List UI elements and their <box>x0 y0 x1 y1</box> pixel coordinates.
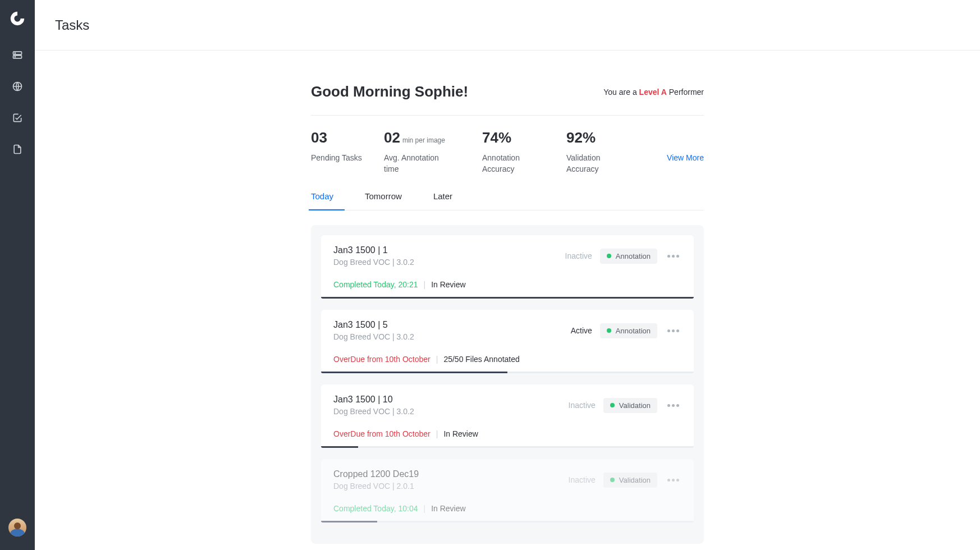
task-state: Inactive <box>569 475 596 484</box>
performer-level: You are a Level A Performer <box>603 88 704 97</box>
page-header: Tasks <box>35 0 980 51</box>
user-avatar[interactable] <box>8 519 26 537</box>
task-status-right: 25/50 Files Annotated <box>443 355 519 364</box>
more-options-icon[interactable] <box>665 402 681 409</box>
progress-bar <box>321 372 694 373</box>
stat-annotation-accuracy: 74% Annotation Accuracy <box>482 130 566 175</box>
task-title: Jan3 1500 | 5 <box>333 320 414 330</box>
task-subtitle: Dog Breed VOC | 2.0.1 <box>333 482 419 491</box>
stat-number: 02 <box>384 129 400 146</box>
more-options-icon[interactable] <box>665 327 681 334</box>
task-card[interactable]: Jan3 1500 | 5 Dog Breed VOC | 3.0.2 Acti… <box>321 310 694 373</box>
task-status-right: In Review <box>431 280 465 289</box>
badge-label: Annotation <box>616 327 651 335</box>
separator: | <box>423 504 425 513</box>
task-card[interactable]: Jan3 1500 | 10 Dog Breed VOC | 3.0.2 Ina… <box>321 384 694 448</box>
badge-label: Validation <box>619 476 651 484</box>
stat-label: Validation Accuracy <box>566 153 628 175</box>
task-title: Jan3 1500 | 1 <box>333 245 414 255</box>
svg-point-2 <box>15 53 15 53</box>
svg-point-3 <box>15 57 15 57</box>
task-badge: Annotation <box>600 249 657 264</box>
separator: | <box>436 429 438 438</box>
task-subtitle: Dog Breed VOC | 3.0.2 <box>333 332 414 341</box>
nav-document-icon[interactable] <box>11 143 24 156</box>
task-subtitle: Dog Breed VOC | 3.0.2 <box>333 258 414 267</box>
task-badge: Annotation <box>600 323 657 338</box>
tab-tomorrow[interactable]: Tomorrow <box>365 191 402 210</box>
level-value: Level A <box>639 88 667 97</box>
task-badge: Validation <box>603 398 657 413</box>
stat-value: 92% <box>566 130 651 145</box>
task-status-right: In Review <box>443 429 478 438</box>
sidebar <box>0 0 35 550</box>
status-dot-icon <box>610 403 615 407</box>
level-prefix: You are a <box>603 88 639 97</box>
progress-bar <box>321 521 694 522</box>
progress-bar <box>321 297 694 299</box>
status-dot-icon <box>607 328 611 333</box>
stat-avg-annotation-time: 02min per image Avg. Annotation time <box>384 130 482 175</box>
badge-label: Validation <box>619 401 651 410</box>
greeting-text: Good Morning Sophie! <box>311 83 468 100</box>
status-dot-icon <box>610 478 615 482</box>
level-suffix: Performer <box>667 88 704 97</box>
stat-value: 74% <box>482 130 566 145</box>
nav-checkbox-icon[interactable] <box>11 111 24 125</box>
more-options-icon[interactable] <box>665 476 681 484</box>
task-badge: Validation <box>603 473 657 488</box>
task-status-right: In Review <box>431 504 465 513</box>
task-state: Active <box>571 326 592 335</box>
more-options-icon[interactable] <box>665 253 681 260</box>
stat-label: Avg. Annotation time <box>384 153 446 175</box>
task-status-left: OverDue from 10th October <box>333 429 431 438</box>
stat-label: Pending Tasks <box>311 153 373 164</box>
nav-servers-icon[interactable] <box>11 48 24 62</box>
tabs: Today Tomorrow Later <box>311 191 704 210</box>
nav-globe-icon[interactable] <box>11 80 24 93</box>
task-card[interactable]: Jan3 1500 | 1 Dog Breed VOC | 3.0.2 Inac… <box>321 235 694 299</box>
stat-value: 03 <box>311 130 384 145</box>
tab-today[interactable]: Today <box>311 191 333 210</box>
stat-pending-tasks: 03 Pending Tasks <box>311 130 384 164</box>
separator: | <box>436 355 438 364</box>
task-card[interactable]: Cropped 1200 Dec19 Dog Breed VOC | 2.0.1… <box>321 459 694 522</box>
stat-unit: min per image <box>402 136 445 144</box>
app-logo <box>9 10 26 27</box>
greeting-row: Good Morning Sophie! You are a Level A P… <box>311 83 704 116</box>
separator: | <box>423 280 425 289</box>
task-subtitle: Dog Breed VOC | 3.0.2 <box>333 407 414 416</box>
task-status-left: Completed Today, 10:04 <box>333 504 418 513</box>
status-dot-icon <box>607 254 611 258</box>
stats-row: 03 Pending Tasks 02min per image Avg. An… <box>311 116 704 191</box>
badge-label: Annotation <box>616 252 651 260</box>
stat-value: 02min per image <box>384 130 482 145</box>
tab-later[interactable]: Later <box>433 191 452 210</box>
task-status-left: OverDue from 10th October <box>333 355 431 364</box>
task-title: Cropped 1200 Dec19 <box>333 469 419 479</box>
task-state: Inactive <box>569 401 596 410</box>
task-status-left: Completed Today, 20:21 <box>333 280 418 289</box>
main-content: Good Morning Sophie! You are a Level A P… <box>35 51 980 550</box>
stat-validation-accuracy: 92% Validation Accuracy <box>566 130 651 175</box>
task-title: Jan3 1500 | 10 <box>333 395 414 405</box>
tasks-list: Jan3 1500 | 1 Dog Breed VOC | 3.0.2 Inac… <box>311 225 704 544</box>
progress-bar <box>321 446 694 448</box>
stat-label: Annotation Accuracy <box>482 153 544 175</box>
page-title: Tasks <box>55 17 89 33</box>
view-more-link[interactable]: View More <box>667 153 704 162</box>
task-state: Inactive <box>565 251 592 260</box>
